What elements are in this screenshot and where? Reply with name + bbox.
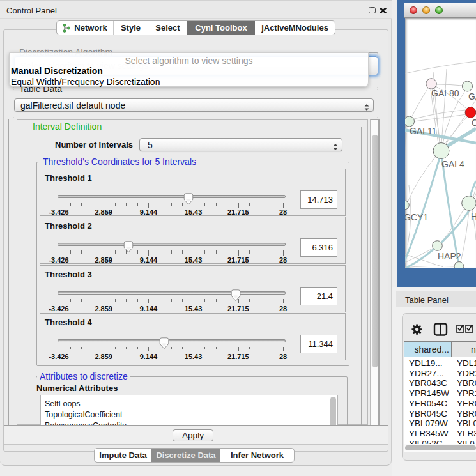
svg-text:C: C [472, 118, 476, 128]
svg-text:HAP2: HAP2 [438, 251, 461, 261]
svg-text:GAL80: GAL80 [431, 88, 459, 98]
svg-text:H: H [471, 211, 476, 222]
svg-text:GA: GA [468, 91, 476, 102]
svg-text:GAL4: GAL4 [441, 159, 464, 169]
svg-text:GCY1: GCY1 [405, 212, 428, 222]
svg-text:GAL11: GAL11 [410, 126, 437, 136]
